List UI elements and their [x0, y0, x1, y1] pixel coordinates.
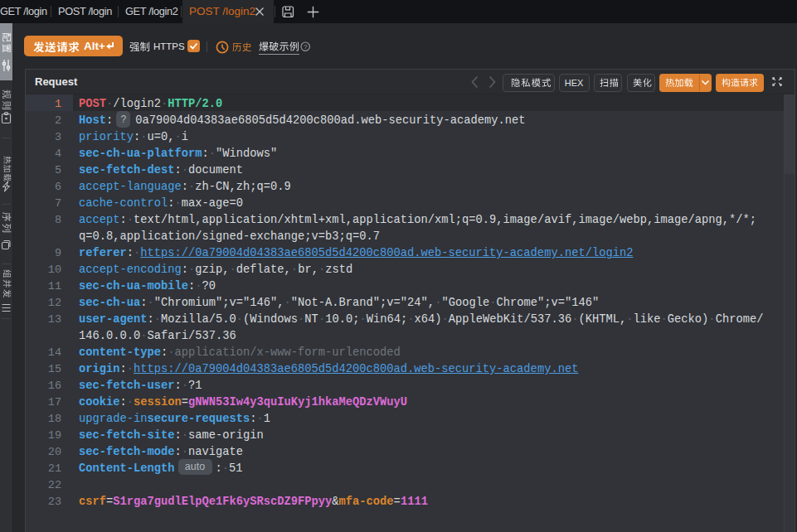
- svg-text:?: ?: [304, 43, 308, 51]
